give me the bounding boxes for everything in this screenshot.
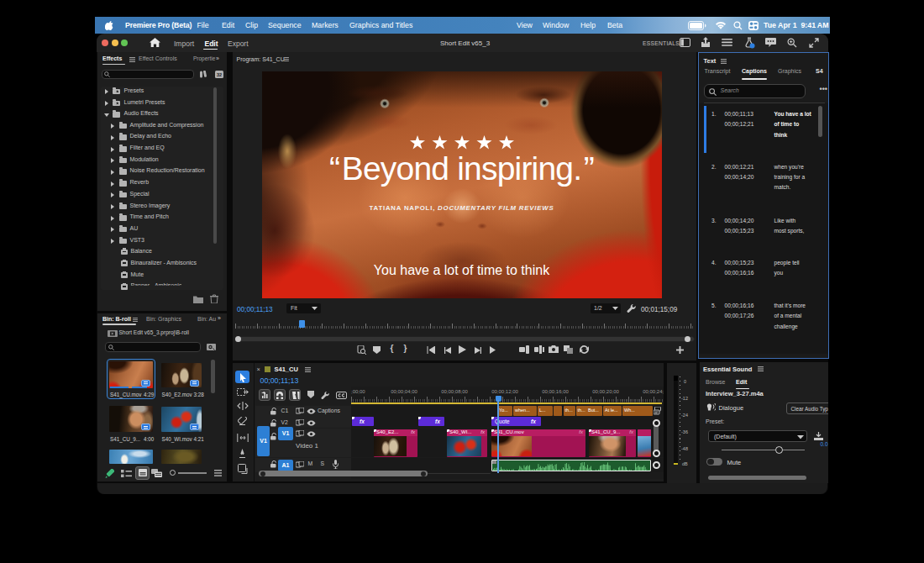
svg-text:32: 32	[217, 71, 222, 76]
